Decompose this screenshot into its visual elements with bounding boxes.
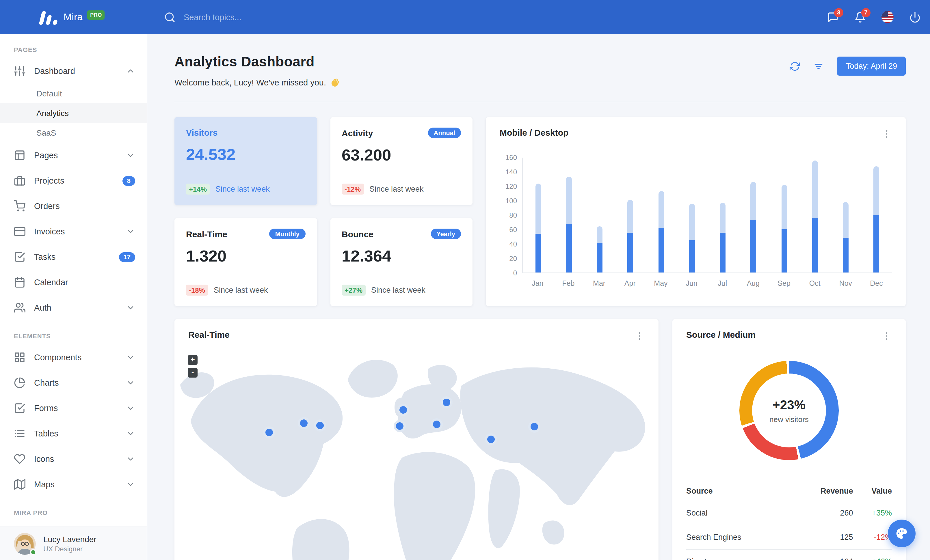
sidebar-section-label: ELEMENTS — [0, 321, 147, 345]
bar-sep[interactable] — [769, 158, 800, 273]
sidebar-subitem-saas[interactable]: SaaS — [0, 123, 147, 143]
donut-center-label: new visitors — [770, 415, 809, 423]
filter-icon[interactable] — [814, 61, 824, 71]
bar-may[interactable] — [646, 158, 677, 273]
chevron-down-icon — [126, 454, 135, 463]
map-marker[interactable] — [399, 406, 406, 414]
sidebar-item-projects[interactable]: Projects8 — [0, 168, 147, 193]
y-tick-label: 120 — [505, 183, 517, 190]
map-marker[interactable] — [316, 422, 324, 429]
bar-feb[interactable] — [554, 158, 585, 273]
sidebar-item-components[interactable]: Components — [0, 345, 147, 370]
revenue-cell: 125 — [791, 525, 853, 549]
language-flag-us[interactable] — [881, 11, 894, 23]
source-table-row[interactable]: Search Engines 125 -12% — [686, 525, 892, 549]
sidebar-user-footer[interactable]: Lucy Lavender UX Designer — [0, 526, 147, 560]
sidebar-count-badge: 8 — [122, 176, 135, 186]
map-marker[interactable] — [396, 422, 403, 430]
map-marker[interactable] — [300, 419, 307, 427]
x-tick-label: Jun — [676, 279, 707, 287]
stat-caption: Since last week — [371, 286, 425, 295]
stat-period-badge[interactable]: Monthly — [269, 229, 305, 239]
sidebar-item-pages[interactable]: Pages — [0, 143, 147, 168]
bar-jun[interactable] — [677, 158, 708, 273]
sidebar-item-tables[interactable]: Tables — [0, 421, 147, 446]
y-tick-label: 160 — [505, 153, 517, 162]
x-tick-label: Oct — [799, 279, 830, 287]
bar-mar[interactable] — [584, 158, 615, 273]
map-marker[interactable] — [265, 429, 273, 436]
y-tick-label: 20 — [509, 255, 517, 263]
notifications-badge: 7 — [861, 8, 870, 17]
user-role: UX Designer — [43, 545, 97, 553]
search-bar[interactable] — [164, 11, 827, 23]
y-tick-label: 140 — [505, 168, 517, 176]
source-table-row[interactable]: Direct 164 +46% — [686, 549, 892, 560]
map-menu-icon[interactable] — [634, 331, 645, 341]
sidebar: PAGES DashboardDefaultAnalyticsSaaS Page… — [0, 34, 147, 560]
map-marker[interactable] — [433, 420, 440, 428]
source-menu-icon[interactable] — [881, 331, 892, 341]
bar-oct[interactable] — [800, 158, 831, 273]
stat-title: Activity — [342, 128, 373, 138]
bar-jul[interactable] — [707, 158, 738, 273]
x-tick-label: Sep — [768, 279, 799, 287]
source-table-header: SourceRevenueValue — [686, 481, 892, 501]
app-root: Mira PRO 3 7 PAGES DashboardDefaultAnaly… — [0, 0, 930, 560]
stat-period-badge[interactable]: Yearly — [431, 229, 461, 239]
sidebar-item-invoices[interactable]: Invoices — [0, 219, 147, 244]
bar-apr[interactable] — [615, 158, 646, 273]
bar-dec[interactable] — [861, 158, 892, 273]
bar-aug[interactable] — [738, 158, 769, 273]
navbar-actions: 3 7 — [827, 11, 930, 23]
bar-desktop-segment — [597, 226, 602, 243]
stat-period-badge[interactable]: Annual — [428, 127, 461, 138]
world-map[interactable]: + - — [174, 347, 659, 560]
sidebar-subitem-analytics[interactable]: Analytics — [0, 103, 147, 123]
bar-mobile-segment — [720, 233, 725, 273]
stat-card-bounce: BounceYearly 12.364 +27% Since last week — [330, 218, 473, 306]
brand-name: Mira — [63, 9, 83, 25]
messages-icon[interactable]: 3 — [827, 11, 839, 23]
value-cell: -12% — [853, 525, 892, 549]
bar-nov[interactable] — [830, 158, 861, 273]
sidebar-item-maps[interactable]: Maps — [0, 472, 147, 497]
mobile-desktop-card: Mobile / Desktop 020406080100120140160 — [486, 117, 906, 306]
bar-desktop-segment — [658, 191, 664, 228]
stat-title: Visitors — [186, 127, 218, 137]
search-input[interactable] — [184, 12, 368, 21]
map-zoom-in-button[interactable]: + — [188, 355, 197, 365]
source-table-row[interactable]: Social 260 +35% — [686, 501, 892, 525]
stat-value: 24.532 — [186, 146, 305, 164]
map-marker[interactable] — [487, 436, 495, 443]
theme-settings-button[interactable] — [888, 520, 916, 547]
sidebar-item-dashboard[interactable]: Dashboard — [0, 58, 147, 84]
sidebar-item-tasks[interactable]: Tasks17 — [0, 244, 147, 270]
source-cell: Social — [686, 501, 791, 525]
stat-title: Bounce — [342, 229, 373, 239]
sidebar-item-orders[interactable]: Orders — [0, 193, 147, 219]
credit-card-icon — [14, 226, 25, 237]
map-marker[interactable] — [531, 423, 538, 430]
notifications-icon[interactable]: 7 — [855, 11, 866, 23]
sidebar-item-forms[interactable]: Forms — [0, 396, 147, 421]
sidebar-subitem-default[interactable]: Default — [0, 84, 147, 103]
refresh-icon[interactable] — [790, 61, 800, 71]
bar-jan[interactable] — [523, 158, 554, 273]
sidebar-item-auth[interactable]: Auth — [0, 295, 147, 321]
chart-menu-icon[interactable] — [881, 129, 892, 139]
map-marker[interactable] — [443, 398, 450, 406]
bar-mobile-segment — [658, 228, 664, 273]
bar-mobile-segment — [781, 229, 787, 273]
brand[interactable]: Mira PRO — [0, 9, 147, 25]
header-actions: Today: April 29 — [790, 57, 906, 76]
top-navbar: Mira PRO 3 7 — [0, 0, 930, 34]
sidebar-item-charts[interactable]: Charts — [0, 370, 147, 396]
source-table-header-cell: Revenue — [791, 481, 853, 501]
date-button[interactable]: Today: April 29 — [837, 57, 906, 76]
power-icon[interactable] — [909, 11, 921, 23]
sidebar-item-calendar[interactable]: Calendar — [0, 270, 147, 295]
sidebar-item-icons[interactable]: Icons — [0, 446, 147, 472]
map-zoom-out-button[interactable]: - — [188, 368, 197, 377]
chevron-down-icon — [126, 480, 135, 489]
